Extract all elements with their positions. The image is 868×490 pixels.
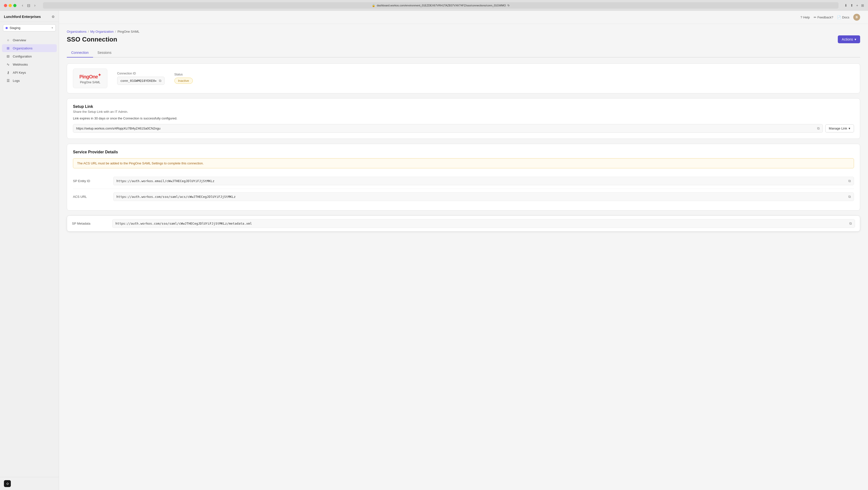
sidebar-item-overview[interactable]: ○ Overview — [2, 36, 57, 44]
org-name: Lunchford Enterprises — [4, 15, 41, 19]
sidebar-item-logs[interactable]: ☰ Logs — [2, 77, 57, 85]
environment-selector[interactable]: Staging ▾ — [3, 24, 56, 31]
security-icon: 🔒 — [372, 4, 375, 7]
section-title: Service Provider Details — [73, 150, 854, 154]
setup-link-input: https://setup.workos.com/s/4RqqcKz7Bl4yZ… — [73, 124, 823, 133]
organizations-icon: ⊞ — [6, 46, 10, 50]
status-badge: Inactive — [175, 78, 193, 84]
help-link[interactable]: ? Help — [801, 16, 810, 19]
breadcrumb: Organizations / My Organization / PingOn… — [67, 30, 860, 33]
workos-icon: ◇ — [6, 482, 9, 485]
gear-icon[interactable]: ⚙ — [52, 15, 55, 19]
sp-entity-id-copy-button[interactable]: ⧉ — [848, 179, 851, 183]
minimize-button[interactable] — [9, 4, 12, 7]
sidebar-item-label: Configuration — [13, 55, 32, 58]
address-bar[interactable]: 🔒 dashboard.workos.com/environment_01EZD… — [43, 2, 839, 9]
connection-id-copy-button[interactable]: ⧉ — [159, 79, 161, 83]
tab-sessions[interactable]: Sessions — [93, 48, 116, 58]
manage-link-button[interactable]: Manage Link ▾ — [825, 124, 854, 133]
back-button[interactable]: ‹ — [21, 3, 25, 8]
sidebar-item-configuration[interactable]: ⊟ Configuration — [2, 52, 57, 60]
connection-info-row: PingOne✦ PingOne SAML Connection ID conn… — [67, 64, 860, 93]
docs-icon: 📄 — [837, 16, 841, 19]
manage-link-chevron-icon: ▾ — [848, 126, 850, 130]
sidebar-header: Lunchford Enterprises ⚙ — [0, 11, 59, 22]
help-label: Help — [803, 16, 810, 19]
setup-link-expires: Link expires in 30 days or once the Conn… — [73, 116, 854, 120]
setup-link-url: https://setup.workos.com/s/4RqqcKz7Bl4yZ… — [76, 126, 160, 130]
fullscreen-button[interactable] — [13, 4, 17, 7]
sp-metadata-label: SP Metadata — [72, 222, 106, 225]
logs-icon: ☰ — [6, 79, 10, 83]
page-content: Organizations / My Organization / PingOn… — [59, 24, 868, 237]
reload-icon[interactable]: ↻ — [507, 4, 510, 7]
breadcrumb-my-organization[interactable]: My Organization — [90, 30, 114, 33]
grid-icon[interactable]: ⊞ — [861, 3, 864, 7]
provider-box: PingOne✦ PingOne SAML — [73, 68, 107, 88]
sp-entity-id-value: https://auth.workos.email/cWwJTHECegJDlU… — [117, 179, 214, 183]
docs-link[interactable]: 📄 Docs — [837, 16, 849, 19]
sidebar: Lunchford Enterprises ⚙ Staging ▾ ○ Over… — [0, 11, 59, 490]
forward-button[interactable]: › — [33, 3, 37, 8]
sidebar-item-label: Webhooks — [13, 63, 28, 66]
sidebar-item-api-keys[interactable]: ⚷ API Keys — [2, 68, 57, 77]
manage-link-label: Manage Link — [829, 126, 847, 130]
sp-entity-id-row: SP Entity ID https://auth.workos.email/c… — [73, 173, 854, 189]
sidebar-item-webhooks[interactable]: ∿ Webhooks — [2, 60, 57, 68]
acs-url-value-row: https://auth.workos.com/sso/saml/acs/cWw… — [113, 193, 854, 201]
tab-connection[interactable]: Connection — [67, 48, 93, 58]
tabs: Connection Sessions — [67, 48, 860, 58]
sidebar-item-organizations[interactable]: ⊞ Organizations — [2, 44, 57, 52]
service-provider-card-body: Service Provider Details The ACS URL mus… — [67, 144, 860, 210]
copy-icon: ⧉ — [848, 179, 851, 183]
docs-label: Docs — [842, 16, 849, 19]
setup-link-title: Setup Link — [73, 105, 854, 109]
avatar[interactable]: B — [853, 14, 860, 21]
share-icon[interactable]: ⬆ — [850, 3, 853, 7]
status-field: Status Inactive — [175, 73, 193, 84]
close-button[interactable] — [4, 4, 7, 7]
actions-label: Actions — [842, 37, 853, 41]
top-header-right: ? Help ✏ Feedback? 📄 Docs B — [801, 14, 860, 21]
feedback-link[interactable]: ✏ Feedback? — [814, 16, 833, 19]
sp-entity-id-label: SP Entity ID — [73, 179, 107, 183]
acs-url-copy-button[interactable]: ⧉ — [848, 195, 851, 199]
configuration-icon: ⊟ — [6, 54, 10, 58]
overview-icon: ○ — [6, 38, 10, 42]
breadcrumb-sep-1: / — [88, 30, 89, 33]
page-title-row: SSO Connection Actions ▾ — [67, 35, 860, 43]
actions-button[interactable]: Actions ▾ — [838, 35, 860, 43]
add-tab-icon[interactable]: + — [856, 3, 858, 7]
acs-url-value: https://auth.workos.com/sso/saml/acs/cWw… — [117, 195, 236, 199]
app-container: Lunchford Enterprises ⚙ Staging ▾ ○ Over… — [0, 11, 868, 490]
setup-link-card: Setup Link Share the Setup Link with an … — [67, 98, 860, 139]
breadcrumb-organizations[interactable]: Organizations — [67, 30, 87, 33]
help-icon: ? — [801, 16, 802, 19]
titlebar-icons: ⬇ ⬆ + ⊞ — [844, 3, 864, 7]
copy-icon: ⧉ — [849, 222, 852, 225]
connection-id-field: Connection ID conn_01GWMQ18YEKE0▸ ⧉ — [117, 72, 164, 85]
top-header: ? Help ✏ Feedback? 📄 Docs B — [59, 11, 868, 24]
sp-metadata-value: https://auth.workos.com/sso/saml/cWwJTHE… — [116, 222, 252, 225]
setup-link-card-body: Setup Link Share the Setup Link with an … — [67, 98, 860, 139]
service-provider-card: Service Provider Details The ACS URL mus… — [67, 144, 860, 210]
main-content: ? Help ✏ Feedback? 📄 Docs B Organization… — [59, 11, 868, 490]
sidebar-footer: ◇ — [0, 477, 59, 490]
setup-link-copy-button[interactable]: ⧉ — [817, 126, 819, 131]
sp-metadata-copy-button[interactable]: ⧉ — [849, 222, 852, 226]
webhooks-icon: ∿ — [6, 62, 10, 66]
copy-icon: ⧉ — [848, 195, 851, 199]
copy-icon: ⧉ — [817, 126, 819, 130]
provider-logo: PingOne✦ — [79, 73, 101, 80]
env-dot — [6, 27, 8, 29]
feedback-label: Feedback? — [817, 16, 833, 19]
api-keys-icon: ⚷ — [6, 70, 10, 75]
sidebar-item-label: Logs — [13, 79, 20, 83]
traffic-lights — [4, 4, 17, 7]
download-icon[interactable]: ⬇ — [844, 3, 847, 7]
workos-logo: ◇ — [4, 480, 11, 487]
sidebar-toggle-button[interactable]: ⊟ — [26, 3, 32, 8]
acs-url-row: ACS URL https://auth.workos.com/sso/saml… — [73, 189, 854, 204]
copy-icon: ⧉ — [159, 79, 161, 83]
sidebar-item-label: API Keys — [13, 71, 26, 75]
